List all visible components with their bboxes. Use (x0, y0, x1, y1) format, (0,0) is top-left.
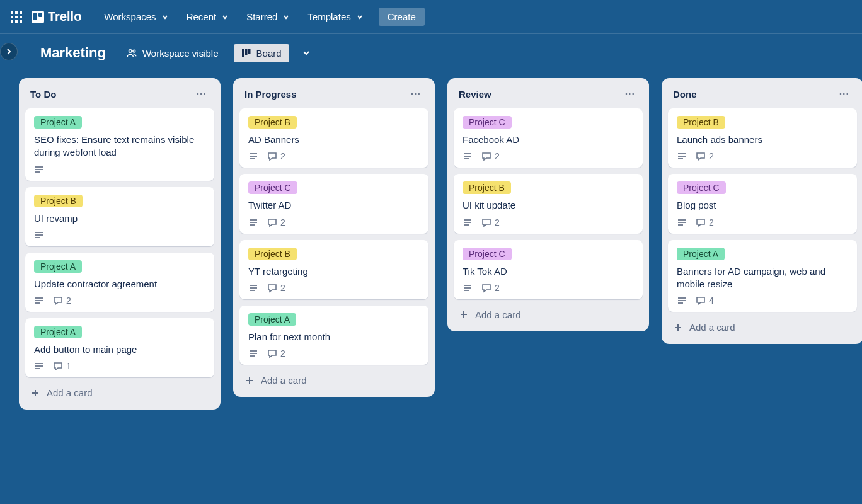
comment-icon (267, 283, 277, 293)
card-label[interactable]: Project C (248, 181, 297, 194)
svg-rect-0 (11, 11, 13, 14)
list-title[interactable]: To Do (30, 89, 56, 100)
card[interactable]: Project AAdd button to main page1 (25, 318, 214, 377)
description-icon (677, 217, 687, 227)
card-label[interactable]: Project B (34, 195, 83, 207)
comments-badge: 2 (53, 295, 71, 306)
card[interactable]: Project CTwitter AD2 (239, 174, 428, 233)
nav-templates[interactable]: Templates (300, 8, 371, 26)
comments-count: 2 (280, 217, 285, 227)
comment-icon (481, 217, 491, 227)
card-label[interactable]: Project C (677, 181, 726, 194)
svg-rect-14 (242, 49, 244, 57)
card[interactable]: Project APlan for next month2 (239, 306, 428, 365)
plus-icon (459, 309, 469, 319)
comments-count: 2 (495, 217, 500, 227)
svg-rect-8 (20, 20, 22, 23)
card[interactable]: Project CBlog post2 (668, 174, 857, 233)
svg-rect-3 (11, 16, 13, 18)
chevron-down-icon (282, 13, 290, 21)
description-icon (248, 348, 258, 358)
list-menu-button[interactable]: ··· (408, 87, 423, 101)
card-label[interactable]: Project C (463, 248, 512, 260)
people-icon (126, 47, 137, 59)
comment-icon (53, 295, 63, 306)
card-label[interactable]: Project A (677, 248, 725, 260)
card[interactable]: Project BUI revamp (25, 187, 214, 246)
add-card-button[interactable]: Add a card (25, 384, 214, 402)
card[interactable]: Project BYT retargeting2 (239, 240, 428, 299)
list-title[interactable]: In Progress (244, 89, 297, 100)
svg-rect-10 (33, 13, 37, 20)
card[interactable]: Project BAD Banners2 (239, 108, 428, 168)
card-badges: 2 (248, 348, 420, 358)
card[interactable]: Project ASEO fixes: Ensure text remains … (25, 108, 214, 181)
list-title[interactable]: Done (673, 89, 697, 100)
sidebar-expand-button[interactable] (0, 43, 18, 60)
apps-switcher-icon[interactable] (6, 7, 26, 27)
card-label[interactable]: Project A (34, 326, 82, 338)
description-icon (34, 295, 44, 306)
trello-logo[interactable]: Trello (29, 9, 88, 24)
add-card-button[interactable]: Add a card (239, 371, 428, 389)
description-icon (248, 283, 258, 293)
boardbar: Marketing Workspace visible Board (0, 34, 862, 72)
card-label[interactable]: Project B (248, 116, 297, 129)
comments-badge: 2 (696, 217, 714, 227)
comments-count: 2 (280, 283, 285, 293)
add-card-button[interactable]: Add a card (454, 306, 643, 324)
list: In Progress···Project BAD Banners2Projec… (233, 78, 435, 397)
card-label[interactable]: Project B (248, 248, 297, 260)
card-label[interactable]: Project C (463, 116, 512, 129)
description-icon (677, 151, 687, 161)
card-label[interactable]: Project A (248, 313, 296, 326)
card-label[interactable]: Project A (34, 116, 82, 129)
comments-count: 2 (66, 295, 71, 306)
svg-rect-5 (20, 16, 22, 18)
board-title[interactable]: Marketing (35, 42, 111, 64)
card-badges: 2 (677, 217, 848, 227)
description-badge (463, 283, 473, 293)
nav-recent[interactable]: Recent (179, 8, 237, 26)
svg-point-13 (133, 50, 135, 52)
card-badges (34, 164, 205, 175)
card[interactable]: Project BUI kit update2 (454, 174, 643, 233)
nav-workspaces[interactable]: Workspaces (96, 8, 176, 26)
view-switch-button[interactable]: Board (234, 44, 289, 62)
nav-starred[interactable]: Starred (239, 8, 297, 26)
list-header: Done··· (668, 84, 857, 102)
chevron-down-icon (161, 13, 169, 21)
card[interactable]: Project BLaunch ads banners2 (668, 108, 857, 168)
chevron-down-icon (302, 49, 311, 57)
card-label[interactable]: Project A (34, 260, 82, 273)
view-switch-caret[interactable] (298, 45, 314, 61)
card-label[interactable]: Project B (463, 181, 511, 194)
card[interactable]: Project ABanners for AD campaign, web an… (668, 240, 857, 312)
chevron-down-icon (221, 13, 229, 21)
nav-label: Templates (307, 11, 350, 22)
view-label: Board (256, 48, 282, 59)
description-badge (248, 151, 258, 161)
description-icon (34, 361, 44, 371)
card-title: Tik Tok AD (463, 265, 634, 278)
card-title: SEO fixes: Ensure text remains visible d… (34, 134, 205, 159)
create-button[interactable]: Create (379, 8, 425, 26)
list-menu-button[interactable]: ··· (194, 87, 209, 101)
comments-badge: 2 (267, 217, 285, 227)
comment-icon (267, 217, 277, 227)
card[interactable]: Project AUpdate contractor agreement2 (25, 253, 214, 312)
plus-icon (30, 388, 40, 398)
card-badges: 2 (248, 283, 420, 293)
card-title: UI revamp (34, 212, 205, 225)
visibility-button[interactable]: Workspace visible (120, 43, 225, 62)
comment-icon (696, 217, 706, 227)
card[interactable]: Project CTik Tok AD2 (454, 240, 643, 299)
list-menu-button[interactable]: ··· (837, 87, 852, 101)
list-menu-button[interactable]: ··· (623, 87, 638, 101)
logo-text: Trello (48, 9, 81, 24)
description-badge (248, 348, 258, 358)
card-label[interactable]: Project B (677, 116, 725, 129)
add-card-button[interactable]: Add a card (668, 318, 857, 336)
card[interactable]: Project CFacebook AD2 (454, 108, 643, 168)
list-title[interactable]: Review (459, 89, 491, 100)
